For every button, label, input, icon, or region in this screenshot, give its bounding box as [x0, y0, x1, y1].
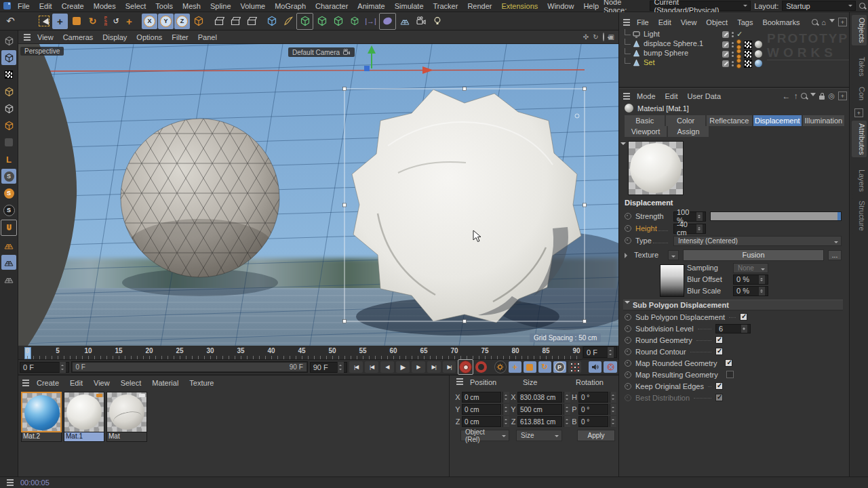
height-field[interactable]: -40 cm — [673, 224, 706, 234]
material-name[interactable]: Mat.2 — [21, 432, 62, 442]
material-thumbnail[interactable] — [64, 392, 104, 432]
current-frame-field[interactable]: 0 F — [583, 346, 617, 358]
am-filter-icon[interactable] — [810, 93, 816, 99]
strength-slider[interactable] — [710, 211, 842, 221]
move-tool-button[interactable] — [52, 14, 68, 29]
previous-key-button[interactable] — [365, 361, 378, 373]
next-key-button[interactable] — [427, 361, 441, 373]
record-position-toggle[interactable]: + — [509, 361, 521, 373]
subdivision-level-field[interactable]: 6 — [715, 324, 751, 333]
render-picture-viewer-button[interactable] — [227, 14, 243, 29]
position-z-stepper[interactable] — [502, 416, 509, 427]
om-menu-file[interactable]: File — [633, 18, 653, 26]
attribute-menu-icon[interactable] — [623, 96, 630, 97]
material-name[interactable]: Mat.1 — [64, 432, 104, 442]
cloner-button[interactable] — [347, 14, 362, 29]
generator-button[interactable] — [314, 14, 330, 29]
size-y-stepper[interactable] — [564, 404, 570, 415]
phong-tag-icon[interactable] — [736, 58, 741, 68]
z-axis-lock-button[interactable]: Z — [174, 14, 190, 29]
side-tab-attributes[interactable]: Attributes — [852, 121, 867, 157]
menu-tools[interactable]: Tools — [151, 1, 178, 11]
menu-extensions[interactable]: Extensions — [496, 1, 542, 11]
rotate-tool-button[interactable] — [85, 14, 100, 29]
tab-displacement[interactable]: Displacement — [753, 115, 802, 126]
autokeying-button[interactable] — [475, 361, 487, 373]
material-thumbnail[interactable] — [106, 392, 147, 432]
object-manager-menu-icon[interactable] — [623, 22, 630, 23]
object-name[interactable]: Light — [644, 30, 660, 38]
phong-tag-icon[interactable] — [736, 39, 741, 49]
size-y-field[interactable]: 500 cm — [517, 404, 562, 415]
live-selection-button[interactable] — [36, 14, 52, 29]
material-item[interactable]: Mat.1 — [64, 392, 104, 442]
rotation-b-field[interactable]: 0 ° — [578, 416, 608, 427]
am-target-icon[interactable] — [828, 92, 835, 100]
uvw-tag-icon[interactable] — [744, 41, 752, 49]
menu-tracker[interactable]: Tracker — [429, 1, 463, 11]
uvw-tag-icon[interactable] — [744, 60, 752, 68]
am-menu-edit[interactable]: Edit — [661, 92, 682, 100]
make-editable-button[interactable] — [1, 33, 16, 48]
status-menu-icon[interactable] — [7, 482, 14, 483]
primitive-cube-button[interactable] — [264, 14, 279, 29]
camera-label[interactable]: Default Camera — [288, 47, 355, 57]
edit-tag-icon[interactable] — [722, 41, 729, 48]
anim-dot-icon[interactable] — [625, 348, 631, 355]
side-tab-takes[interactable]: Takes — [852, 54, 867, 79]
viewport-menu-icon[interactable] — [24, 37, 31, 38]
material-preview[interactable] — [628, 141, 684, 195]
lock-workplane-button[interactable] — [1, 255, 16, 270]
edit-tag-icon[interactable] — [722, 60, 729, 67]
side-tab-content[interactable]: Con — [852, 84, 867, 103]
coords-menu-icon[interactable] — [456, 381, 463, 382]
record-parameter-toggle[interactable]: P — [553, 361, 566, 373]
workplane-button[interactable] — [1, 238, 16, 253]
am-search-icon[interactable] — [801, 93, 807, 99]
position-x-stepper[interactable] — [502, 392, 509, 403]
menu-simulate[interactable]: Simulate — [390, 1, 429, 11]
goto-end-button[interactable] — [443, 361, 456, 373]
om-home-icon[interactable] — [821, 18, 826, 26]
app-icon[interactable] — [3, 2, 11, 9]
snap-toggle-button[interactable]: S — [1, 203, 16, 218]
wireframe-sphere[interactable] — [121, 119, 279, 296]
blur-offset-field[interactable]: 0 % — [733, 274, 768, 285]
viewport-menu-display[interactable]: Display — [98, 33, 131, 42]
rotation-h-field[interactable]: 0 ° — [578, 392, 608, 403]
preview-expander-icon[interactable] — [620, 142, 626, 148]
position-x-field[interactable]: 0 cm — [462, 392, 501, 403]
round-contour-checkbox[interactable] — [715, 348, 723, 355]
texture-dropdown-button[interactable] — [668, 250, 679, 260]
object-row-set[interactable]: Set — [625, 58, 655, 67]
magnet-button[interactable] — [1, 220, 17, 236]
reset-psr-button[interactable] — [111, 14, 121, 29]
rotation-h-stepper[interactable] — [610, 392, 616, 403]
anim-dot-icon[interactable] — [625, 325, 631, 332]
strength-stepper[interactable] — [696, 212, 703, 221]
last-psr-button[interactable]: PSR — [101, 14, 111, 29]
render-settings-button[interactable] — [243, 14, 259, 29]
y-axis-lock-button[interactable]: Y — [158, 14, 174, 29]
deformer-button[interactable] — [330, 14, 346, 29]
coordinate-system-button[interactable] — [191, 14, 206, 29]
menu-spline[interactable]: Spline — [205, 1, 236, 11]
om-menu-bookmarks[interactable]: Bookmarks — [758, 18, 804, 26]
menu-render[interactable]: Render — [462, 1, 496, 11]
object-name[interactable]: displace Sphere.1 — [644, 39, 703, 47]
pan-view-icon[interactable]: ✣ — [583, 33, 589, 41]
frame-stepper[interactable] — [607, 347, 614, 358]
visibility-dots-icon[interactable] — [732, 42, 734, 47]
material-menu-create[interactable]: Create — [32, 378, 64, 388]
start-frame-stepper[interactable] — [59, 362, 66, 373]
viewport-menu-cameras[interactable]: Cameras — [59, 33, 98, 42]
material-thumbnail[interactable] — [21, 392, 62, 432]
spd-section-header[interactable]: Sub Polygon Displacement — [623, 300, 843, 310]
type-dropdown[interactable]: Intensity (Centered) — [673, 236, 842, 246]
position-y-field[interactable]: 0 cm — [462, 404, 501, 415]
subdivision-level-stepper[interactable] — [741, 325, 747, 333]
spline-pen-button[interactable] — [280, 14, 296, 29]
search-icon[interactable] — [859, 3, 865, 9]
goto-start-button[interactable] — [349, 361, 363, 373]
next-frame-button[interactable] — [412, 361, 425, 373]
